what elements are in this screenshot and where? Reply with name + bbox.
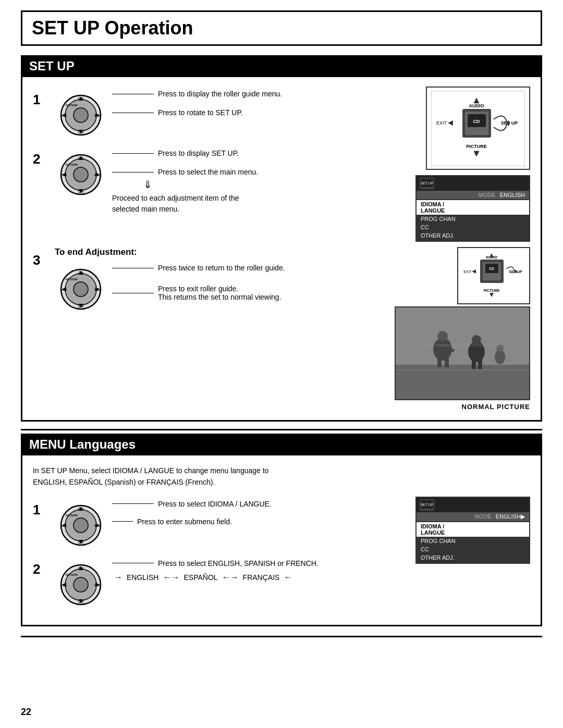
menu-lang-step1-instructions: Press to select IDIOMA / LANGUE. Press t… bbox=[112, 497, 384, 526]
step1-line1: Press to display the roller guide menu. bbox=[112, 90, 384, 98]
menu-lang-steps-left: 1 CH CH VOL VOL ACTION bbox=[33, 497, 384, 615]
svg-text:ACTION: ACTION bbox=[66, 573, 78, 576]
ml-step2-line1: Press to select ENGLISH, SPANISH or FREN… bbox=[112, 559, 384, 567]
menu-row-other-adj: OTHER ADJ. bbox=[417, 231, 529, 240]
menu-lang-step2-dial: CH CH VOL VOL ACTION bbox=[55, 556, 107, 608]
menu-lang-mode-label: MODE bbox=[474, 513, 492, 520]
menu-mode-label: MODE bbox=[479, 192, 496, 198]
menu-lang-step1-dial: CH CH VOL VOL ACTION bbox=[55, 497, 107, 549]
menu-top-bar: MODE ENGLISH bbox=[417, 191, 529, 199]
svg-text:EXIT: EXIT bbox=[463, 270, 472, 274]
ml-step1-line1: Press to select IDIOMA / LANGUE. bbox=[112, 500, 384, 508]
menu-row-prog-chan: PROG CHAN bbox=[417, 215, 529, 223]
roller-guide-small: CD AUDIO SET UP PICTURE EXIT bbox=[457, 247, 530, 304]
menu-lang-menu-box: SET UP MODE ENGLISH▶ IDIOMA /LANGUE bbox=[415, 497, 530, 564]
menu-lang-items: IDIOMA /LANGUE PROG CHAN CC OTHER ADJ. bbox=[417, 521, 529, 563]
svg-point-76 bbox=[472, 335, 481, 344]
lang-flow-row: → ENGLISH ←→ ESPAÑOL ←→ FRANÇAIS ← bbox=[112, 573, 384, 582]
svg-text:CD: CD bbox=[473, 119, 480, 124]
step3-number: 3 bbox=[33, 252, 52, 268]
menu-lang-row-other-adj: OTHER ADJ. bbox=[417, 553, 529, 562]
svg-point-79 bbox=[495, 350, 505, 364]
menu-box-header: SET UP bbox=[417, 176, 529, 191]
step3-line1: Press twice to return to the roller guid… bbox=[112, 264, 384, 272]
roller-guide-svg: CD AUDIO SET UP PICTURE EXIT bbox=[431, 91, 525, 166]
menu-lang-tv-icon: SET UP bbox=[420, 499, 434, 511]
menu-lang-steps-row: 1 CH CH VOL VOL ACTION bbox=[33, 497, 530, 615]
svg-text:PICTURE: PICTURE bbox=[484, 289, 500, 292]
setup-section: SET UP 1 bbox=[21, 55, 542, 422]
step3-dial-instr: CH CH VOL VOL ACTION bbox=[55, 261, 384, 313]
svg-rect-71 bbox=[437, 357, 442, 367]
svg-point-84 bbox=[74, 518, 88, 533]
svg-point-2 bbox=[74, 108, 88, 122]
step2-instructions: Press to display SET UP. Press to select… bbox=[112, 146, 384, 220]
menu-lang-body: In SET UP Menu, select IDIOMA / LANGUE t… bbox=[21, 455, 542, 626]
menu-lang-step1-num: 1 bbox=[33, 502, 52, 518]
step1-left: 1 CH C bbox=[33, 87, 384, 227]
step2-number: 2 bbox=[33, 151, 52, 167]
svg-rect-81 bbox=[427, 344, 500, 347]
menu-lang-header: MENU Languages bbox=[21, 434, 542, 455]
step1-block: 1 CH C bbox=[33, 87, 384, 139]
step1-row: 1 CH C bbox=[33, 87, 530, 242]
down-arrow: ⇓ bbox=[143, 178, 384, 191]
svg-text:SET UP: SET UP bbox=[420, 181, 433, 185]
menu-lang-box-header: SET UP bbox=[417, 498, 529, 512]
step1-number: 1 bbox=[33, 92, 52, 108]
proceed-text: Proceed to each adjustment item of these… bbox=[112, 193, 384, 215]
step3-right-panel: CD AUDIO SET UP PICTURE EXIT bbox=[389, 247, 530, 411]
svg-text:AUDIO: AUDIO bbox=[469, 103, 484, 108]
step1-line2: Press to rotate to SET UP. bbox=[112, 108, 384, 117]
normal-picture-box bbox=[395, 306, 530, 400]
football-image-svg bbox=[396, 307, 529, 399]
svg-point-14 bbox=[74, 167, 88, 182]
svg-text:PICTURE: PICTURE bbox=[466, 144, 487, 149]
step1-dial: CH CH VOL VOL ACTION bbox=[55, 87, 107, 139]
menu-items: IDIOMA /LANGUE PROG CHAN CC OTHER ADJ. bbox=[417, 199, 529, 241]
svg-text:ACTION: ACTION bbox=[66, 163, 78, 166]
step3-line2: Press to exit roller guide.This returns … bbox=[112, 285, 384, 301]
setup-body: 1 CH C bbox=[21, 77, 542, 422]
step3-instructions: Press twice to return to the roller guid… bbox=[112, 261, 384, 301]
svg-rect-72 bbox=[445, 357, 449, 367]
menu-tv-icon: SET UP bbox=[420, 178, 434, 189]
menu-row-cc: CC bbox=[417, 223, 529, 231]
menu-lang-step2-block: 2 CH CH VOL VOL ACTION bbox=[33, 556, 384, 608]
svg-point-96 bbox=[74, 577, 88, 592]
svg-text:ACTION: ACTION bbox=[66, 514, 78, 517]
dial3-svg: CH CH VOL VOL ACTION bbox=[55, 261, 107, 313]
menu-lang-top-bar: MODE ENGLISH▶ bbox=[417, 512, 529, 521]
svg-text:CD: CD bbox=[489, 267, 494, 270]
svg-text:ACTION: ACTION bbox=[66, 278, 78, 281]
menu-lang-row-prog-chan: PROG CHAN bbox=[417, 537, 529, 545]
step3-left: 3 To end Adjustment: CH bbox=[33, 247, 384, 320]
menu-lang-row-idioma: IDIOMA /LANGUE bbox=[417, 522, 529, 537]
svg-text:SET UP: SET UP bbox=[420, 503, 433, 507]
step3-dial: CH CH VOL VOL ACTION bbox=[55, 261, 107, 313]
main-title: SET UP Operation bbox=[21, 10, 542, 46]
menu-row-idioma: IDIOMA /LANGUE bbox=[417, 200, 529, 215]
menu-lang-divider bbox=[21, 429, 542, 430]
step2-line2: Press to select the main menu. bbox=[112, 168, 384, 176]
menu-languages-section: MENU Languages In SET UP Menu, select ID… bbox=[21, 434, 542, 626]
page: SET UP Operation SET UP 1 bbox=[0, 0, 563, 728]
ml-step1-line2: Press to enter submenu field. bbox=[112, 517, 384, 526]
step2-dial: CH CH VOL VOL ACTION bbox=[55, 146, 107, 198]
step3-label: To end Adjustment: bbox=[55, 247, 384, 257]
menu-lang-mode-value: ENGLISH▶ bbox=[496, 513, 525, 520]
svg-point-43 bbox=[74, 282, 88, 297]
bottom-border bbox=[21, 636, 542, 637]
step2-line1: Press to display SET UP. bbox=[112, 149, 384, 157]
svg-point-70 bbox=[437, 331, 448, 341]
svg-text:EXIT: EXIT bbox=[436, 120, 447, 126]
roller-guide-image: CD AUDIO SET UP PICTURE EXIT bbox=[426, 87, 530, 170]
step1-instructions: Press to display the roller guide menu. … bbox=[112, 87, 384, 117]
page-number: 22 bbox=[21, 707, 31, 718]
dial2-svg: CH CH VOL VOL ACTION bbox=[55, 146, 107, 198]
menu-lang-step1-block: 1 CH CH VOL VOL ACTION bbox=[33, 497, 384, 549]
step3-block: 3 To end Adjustment: CH bbox=[33, 247, 384, 313]
svg-text:ACTION: ACTION bbox=[66, 104, 78, 107]
step2-block: 2 CH CH VOL VOL ACTION bbox=[33, 146, 384, 220]
setup-menu-box: SET UP MODE ENGLISH IDIOMA /LANGUE bbox=[415, 175, 530, 242]
